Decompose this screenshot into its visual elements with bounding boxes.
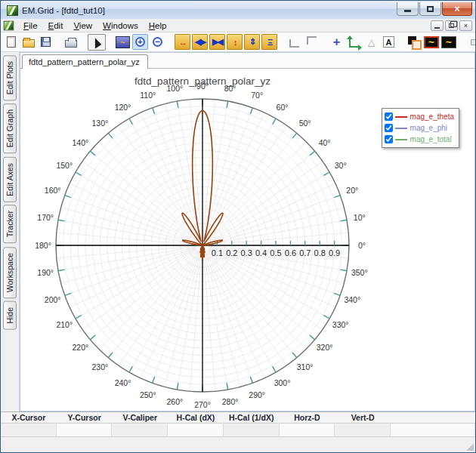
angle-tick	[108, 133, 113, 138]
corner-lower-icon[interactable]	[286, 34, 302, 50]
legend-checkbox-mag_e_total[interactable]	[385, 135, 393, 143]
zoom-window-icon[interactable]: ~	[115, 34, 131, 50]
grid-spoke	[203, 253, 215, 392]
expand-horizontal-icon[interactable]: ↔	[175, 34, 190, 50]
cursor-col-header: Y-Cursor	[57, 412, 113, 423]
angle-tick	[310, 335, 315, 340]
document-tab[interactable]: fdtd_pattern_pattern_polar_yz	[22, 54, 148, 69]
distribute-vertical-icon[interactable]: ↕	[465, 34, 475, 50]
cursor-values-row	[1, 424, 475, 436]
cursor-value-cell	[1, 424, 57, 436]
sidebar-tab-hide[interactable]: Hide	[3, 301, 17, 330]
angle-tick	[177, 101, 178, 108]
sidebar-tab-tracker[interactable]: Tracker	[3, 205, 17, 243]
minimize-button[interactable]	[397, 2, 419, 16]
axes-icon[interactable]	[346, 34, 362, 50]
grid-spoke	[209, 250, 323, 330]
resize-grip[interactable]	[466, 443, 474, 451]
radial-tick-label: 0.4	[255, 248, 267, 257]
angle-label: 10°	[354, 213, 366, 222]
status-bar	[1, 436, 475, 452]
sidebar-tab-edit-graph[interactable]: Edit Graph	[3, 103, 17, 153]
angle-label: 140°	[73, 138, 89, 147]
cursor-col-header: V-Caliper	[112, 412, 168, 423]
menu-help[interactable]: Help	[144, 20, 172, 31]
cursor-value-cell	[112, 424, 168, 436]
menu-view[interactable]: View	[68, 20, 97, 31]
legend-line-sample	[395, 128, 407, 129]
add-marker-icon[interactable]: +	[329, 34, 345, 50]
angle-label: 0°	[358, 241, 366, 250]
close-button[interactable]: ×	[442, 2, 472, 16]
text-annotation-icon[interactable]: A	[381, 34, 397, 50]
mdi-window-controls: ×	[431, 20, 475, 31]
plot-style-icon[interactable]: ~	[423, 34, 439, 50]
cursor-col-header: Horz-D	[280, 412, 335, 423]
angle-tick	[177, 383, 178, 390]
grid-spoke	[57, 233, 196, 245]
shrink-vertical-icon[interactable]: Ξ	[261, 34, 277, 50]
select-cursor-icon[interactable]	[88, 34, 106, 51]
mdi-close-button[interactable]: ×	[459, 20, 472, 31]
menu-file[interactable]: File	[18, 20, 43, 31]
window-title: EM.Grid - [fdtd_tut10]	[22, 6, 397, 15]
stretch-vertical-icon[interactable]: ⇕	[244, 34, 260, 50]
angle-tick	[334, 293, 340, 295]
open-file-icon[interactable]	[20, 34, 36, 50]
sidebar-tab-workspace[interactable]: Workspace	[3, 247, 17, 298]
angle-tick	[227, 101, 228, 108]
stretch-horizontal-icon[interactable]: ◀▶	[192, 34, 208, 50]
layers-icon[interactable]	[406, 34, 422, 50]
angle-tick	[90, 335, 95, 340]
app-window: EM.Grid - [fdtd_tut10] × FileEditViewWin…	[0, 0, 476, 453]
legend-line-sample	[395, 139, 407, 140]
zoom-in-icon[interactable]: +	[132, 34, 148, 50]
zoom-out-icon[interactable]: −	[150, 34, 165, 50]
grid-spoke	[57, 246, 196, 258]
angle-tick	[292, 353, 297, 358]
angle-label: 110°	[140, 91, 156, 100]
cursor-column-headers: X-CursorY-CursorV-CaliperH-Cal (dX)H-Cal…	[1, 412, 475, 424]
corner-upper-icon[interactable]	[304, 34, 320, 50]
angle-label: 160°	[45, 186, 61, 195]
plot-style2-icon[interactable]: ~	[440, 34, 456, 50]
angle-label: 200°	[45, 295, 61, 304]
angle-tick	[323, 172, 329, 175]
expand-vertical-icon[interactable]: ↕	[227, 34, 243, 50]
legend-checkbox-mag_e_phi[interactable]	[385, 124, 393, 132]
legend-checkbox-mag_e_theta[interactable]	[385, 112, 393, 121]
grid-spoke	[119, 251, 199, 365]
save-icon[interactable]	[38, 34, 54, 50]
legend-line-sample	[395, 116, 407, 118]
angle-label: 290°	[249, 390, 265, 399]
title-bar[interactable]: EM.Grid - [fdtd_tut10] ×	[1, 1, 475, 19]
menu-edit[interactable]: Edit	[43, 20, 69, 31]
angle-tick	[76, 172, 82, 175]
angle-tick	[334, 196, 340, 198]
grid-spoke	[206, 252, 264, 378]
grid-spoke	[82, 162, 196, 242]
angle-label: 220°	[73, 343, 89, 352]
legend-entry: mag_e_theta	[385, 111, 454, 122]
triangle-marker-icon[interactable]: △	[363, 34, 379, 50]
angle-tick	[292, 133, 297, 138]
maximize-button[interactable]	[419, 2, 441, 16]
menu-windows[interactable]: Windows	[97, 20, 144, 31]
sidebar-tab-edit-axes[interactable]: Edit Axes	[3, 157, 17, 202]
cursor-value-cell	[335, 424, 391, 436]
mdi-minimize-button[interactable]	[431, 20, 444, 31]
legend-entry: mag_e_phi	[385, 122, 454, 134]
angle-label: 350°	[351, 268, 368, 277]
cursor-value-cell	[57, 424, 113, 436]
new-file-icon[interactable]	[3, 34, 19, 50]
shrink-horizontal-icon[interactable]: ▶◀	[209, 34, 225, 50]
grid-spoke	[206, 112, 264, 239]
print-icon[interactable]	[63, 34, 79, 50]
sidebar-tab-edit-plots[interactable]: Edit Plots	[3, 55, 17, 100]
angle-tick	[153, 377, 155, 383]
angle-tick	[273, 366, 276, 372]
grid-spoke	[209, 162, 323, 242]
mdi-restore-button[interactable]	[445, 20, 458, 31]
angle-tick	[108, 353, 113, 358]
toolbar: ~+−↔◀▶▶◀↕⇕Ξ+△A~~↕↔Layout	[1, 32, 475, 52]
